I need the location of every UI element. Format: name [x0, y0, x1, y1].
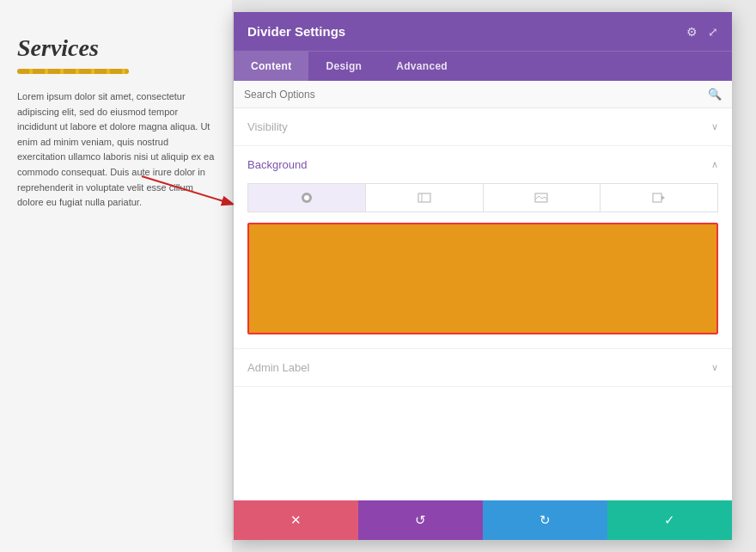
bg-type-gradient[interactable]	[366, 184, 484, 212]
settings-icon[interactable]: ⚙	[686, 25, 698, 39]
visibility-label: Visibility	[247, 120, 288, 133]
bg-type-color[interactable]	[248, 184, 366, 212]
redo-button[interactable]: ↻	[483, 500, 607, 540]
admin-label-chevron: ∨	[711, 362, 718, 373]
admin-label-header[interactable]: Admin Label ∨	[234, 349, 732, 386]
bg-type-video[interactable]	[601, 184, 717, 212]
admin-label-section: Admin Label ∨	[234, 349, 732, 387]
admin-label-text: Admin Label	[247, 361, 309, 374]
bg-type-tabs	[247, 183, 718, 212]
services-divider-bar	[17, 69, 129, 74]
search-bar: 🔍	[234, 81, 732, 108]
header-icons: ⚙ ⤢	[686, 25, 718, 39]
search-input[interactable]	[244, 89, 708, 101]
panel-header: Divider Settings ⚙ ⤢	[234, 12, 732, 51]
visibility-chevron: ∨	[711, 121, 718, 132]
background-section-header[interactable]: Background ∧	[234, 146, 732, 183]
expand-icon[interactable]: ⤢	[708, 25, 718, 39]
bg-type-image[interactable]	[484, 184, 601, 212]
page-background: Services Lorem ipsum dolor sit amet, con…	[0, 0, 232, 552]
tab-content[interactable]: Content	[234, 52, 308, 81]
visibility-section: Visibility ∨	[234, 108, 732, 146]
svg-point-2	[304, 195, 309, 200]
services-body-text: Lorem ipsum dolor sit amet, consectetur …	[17, 89, 215, 211]
visibility-section-header[interactable]: Visibility ∨	[234, 108, 732, 145]
panel-tabs: Content Design Advanced	[234, 51, 732, 81]
cancel-button[interactable]: ✕	[234, 500, 358, 540]
tab-advanced[interactable]: Advanced	[379, 52, 465, 81]
settings-panel: Divider Settings ⚙ ⤢ Content Design Adva…	[234, 12, 732, 540]
svg-marker-7	[662, 195, 665, 200]
save-button[interactable]: ✓	[607, 500, 732, 540]
background-section: Background ∧	[234, 146, 732, 349]
services-title: Services	[17, 34, 215, 62]
reset-button[interactable]: ↺	[358, 500, 483, 540]
search-icon: 🔍	[708, 88, 722, 101]
panel-body: Visibility ∨ Background ∧	[234, 108, 732, 500]
background-content	[234, 183, 732, 348]
background-label: Background	[247, 158, 307, 171]
bg-color-preview[interactable]	[247, 223, 718, 334]
panel-title: Divider Settings	[247, 24, 345, 39]
tab-design[interactable]: Design	[308, 52, 379, 81]
svg-rect-3	[418, 193, 430, 202]
panel-footer: ✕ ↺ ↻ ✓	[234, 500, 732, 540]
svg-rect-6	[653, 193, 662, 202]
background-chevron: ∧	[711, 159, 718, 170]
